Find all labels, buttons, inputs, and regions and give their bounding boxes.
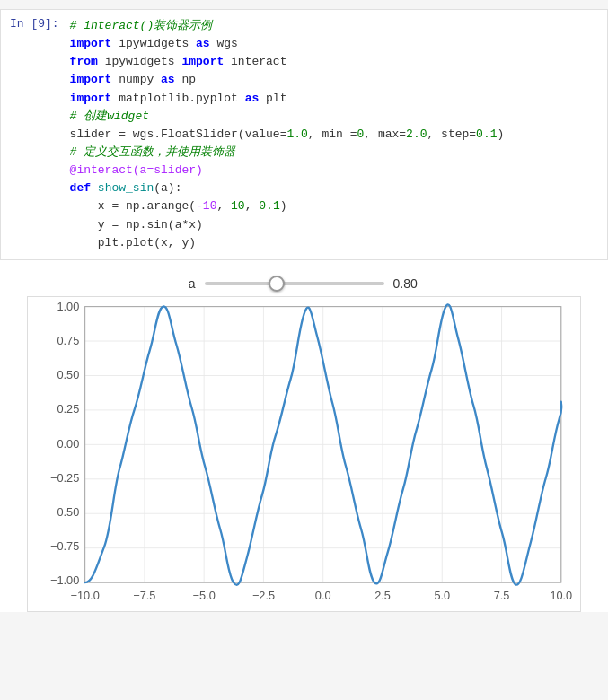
code-line-13: plt.plot(x, y) bbox=[70, 234, 598, 252]
y-label-5: 0.00 bbox=[57, 436, 79, 450]
y-label-9: −1.00 bbox=[50, 573, 79, 587]
code-line-11: x = np.arange(-10, 10, 0.1) bbox=[70, 197, 598, 215]
x-label-3: −5.0 bbox=[193, 589, 216, 602]
code-line-4: import numpy as np bbox=[70, 71, 598, 89]
cell-label: In [9]: bbox=[1, 10, 66, 38]
x-label-1: −10.0 bbox=[71, 589, 100, 602]
y-label-8: −0.75 bbox=[50, 539, 79, 553]
x-label-5: 0.0 bbox=[315, 589, 331, 602]
slider-label: a bbox=[180, 276, 196, 291]
x-label-7: 5.0 bbox=[434, 589, 450, 602]
x-label-4: −2.5 bbox=[252, 589, 275, 602]
slider-thumb[interactable] bbox=[269, 276, 285, 292]
code-line-5: import matplotlib.pyplot as plt bbox=[70, 90, 598, 108]
y-label-6: −0.25 bbox=[50, 471, 79, 485]
y-label-2: 0.75 bbox=[57, 334, 79, 347]
slider-value: 0.80 bbox=[393, 276, 429, 291]
plot-svg: 1.00 0.75 0.50 0.25 0.00 −0.25 −0.50 −0.… bbox=[28, 297, 580, 611]
code-line-1: # interact()装饰器示例 bbox=[70, 17, 598, 35]
code-line-10: def show_sin(a): bbox=[70, 179, 598, 197]
x-label-6: 2.5 bbox=[374, 589, 391, 602]
y-label-3: 0.50 bbox=[57, 368, 79, 381]
y-label-7: −0.50 bbox=[50, 505, 79, 519]
code-line-3: from ipywidgets import interact bbox=[70, 53, 598, 71]
code-line-9: @interact(a=slider) bbox=[70, 162, 598, 179]
y-label-1: 1.00 bbox=[57, 300, 79, 313]
x-label-2: −7.5 bbox=[133, 589, 155, 602]
output-area: a 0.80 bbox=[0, 260, 608, 612]
x-label-9: 10.0 bbox=[550, 589, 572, 602]
cell-input: In [9]: # interact()装饰器示例 import ipywidg… bbox=[1, 10, 607, 259]
code-line-12: y = np.sin(a*x) bbox=[70, 216, 598, 234]
x-label-8: 7.5 bbox=[494, 589, 510, 602]
cell-code: # interact()装饰器示例 import ipywidgets as w… bbox=[66, 10, 607, 259]
code-line-2: import ipywidgets as wgs bbox=[70, 35, 598, 53]
plot-container: 1.00 0.75 0.50 0.25 0.00 −0.25 −0.50 −0.… bbox=[27, 296, 581, 612]
code-line-8: # 定义交互函数，并使用装饰器 bbox=[70, 144, 598, 162]
slider-track[interactable] bbox=[205, 282, 384, 285]
notebook-cell: In [9]: # interact()装饰器示例 import ipywidg… bbox=[0, 9, 608, 260]
slider-row: a 0.80 bbox=[0, 269, 608, 296]
code-line-7: slider = wgs.FloatSlider(value=1.0, min … bbox=[70, 126, 598, 144]
y-label-4: 0.25 bbox=[57, 402, 79, 416]
code-line-6: # 创建widget bbox=[70, 108, 598, 126]
